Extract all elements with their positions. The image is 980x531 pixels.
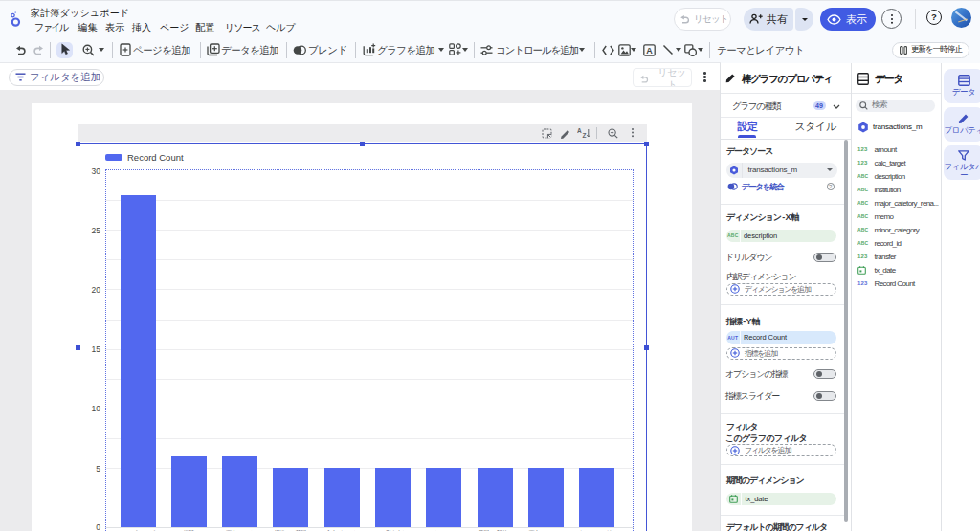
svg-text:A: A bbox=[577, 128, 582, 134]
svg-text:Z: Z bbox=[583, 132, 587, 139]
svg-text:A: A bbox=[646, 45, 653, 55]
